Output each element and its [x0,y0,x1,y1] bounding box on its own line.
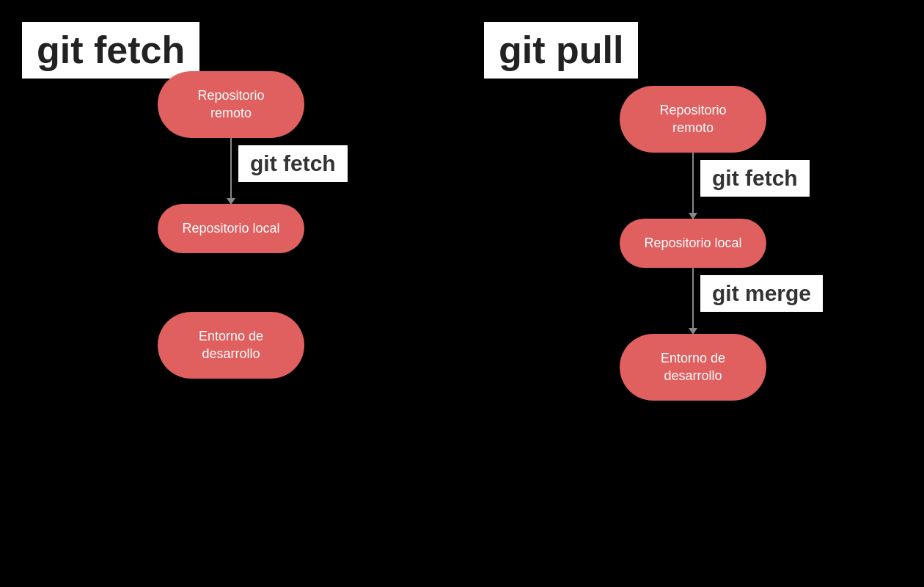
connector-fetch-left: git fetch [158,138,304,204]
connector-merge-right: git merge [620,268,766,334]
remote-repo-pill-left: Repositorio remoto [158,71,304,138]
merge-label-box-right: git merge [700,275,823,312]
git-fetch-column: git fetch Repositorio remoto git fetch R… [0,0,462,587]
git-fetch-diagram: Repositorio remoto git fetch Repositorio… [0,71,462,379]
dev-env-pill-left: Entorno de desarrollo [158,312,304,379]
fetch-label-right: git fetch [712,166,798,190]
git-pull-column: git pull Repositorio remoto git fetch Re… [462,0,924,587]
line-fetch-right [692,153,694,219]
git-pull-title: git pull [499,29,623,71]
remote-repo-pill-right: Repositorio remoto [620,86,766,153]
line-merge-right [692,268,694,334]
dev-env-pill-right: Entorno de desarrollo [620,334,766,401]
connector-fetch-right: git fetch [620,153,766,219]
git-pull-diagram: Repositorio remoto git fetch Repositorio… [462,86,924,401]
fetch-label-box-left: git fetch [238,145,348,182]
local-repo-pill-left: Repositorio local [158,204,304,253]
git-pull-title-box: git pull [484,22,638,79]
git-fetch-title-box: git fetch [22,22,199,79]
git-fetch-title: git fetch [37,29,185,71]
fetch-label-left: git fetch [250,151,336,175]
local-repo-pill-right: Repositorio local [620,219,766,268]
line-fetch-left [230,138,232,204]
fetch-label-box-right: git fetch [700,160,810,197]
merge-label-right: git merge [712,281,811,305]
